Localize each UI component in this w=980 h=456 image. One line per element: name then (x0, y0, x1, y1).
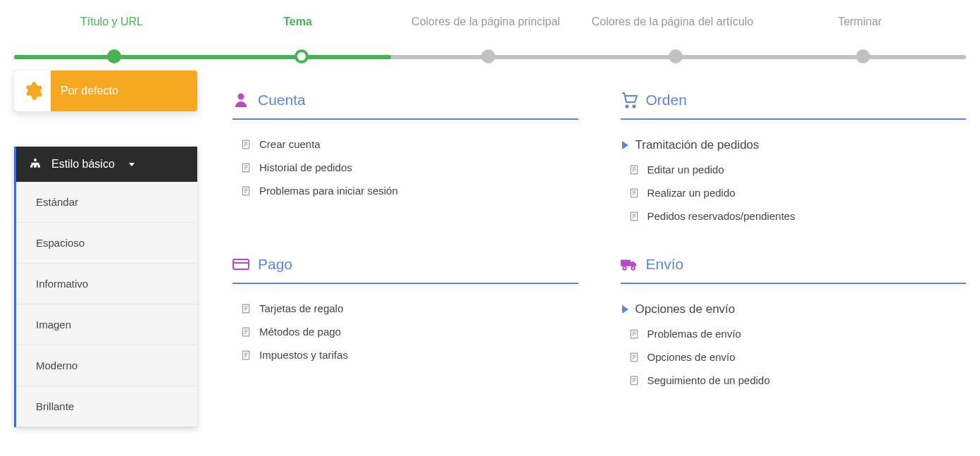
section-payment: Pago Tarjetas de regalo Métodos de pago … (232, 256, 578, 392)
section-shipping: Envío Opciones de envío Problemas de env… (621, 256, 967, 392)
svg-rect-2 (35, 166, 37, 168)
item-label: Tarjetas de regalo (259, 302, 343, 314)
style-option-standard[interactable]: Estándar (16, 182, 197, 223)
document-icon (241, 163, 251, 173)
list-item[interactable]: Opciones de envío (621, 345, 967, 369)
section-header: Orden (621, 92, 967, 120)
theme-sidebar: Por defecto Estilo básico Estándar Espac… (14, 70, 197, 427)
truck-icon (621, 256, 638, 273)
caret-right-icon (622, 305, 628, 314)
caret-right-icon (622, 141, 628, 149)
section-header: Cuenta (232, 92, 578, 120)
svg-rect-45 (621, 260, 631, 266)
item-list: Editar un pedido Realizar un pedido Pedi… (621, 158, 967, 228)
style-option-bright[interactable]: Brillante (16, 386, 197, 427)
card-icon (232, 256, 249, 273)
document-icon (629, 211, 639, 221)
list-item[interactable]: Impuestos y tarifas (232, 343, 578, 366)
item-label: Crear cuenta (259, 138, 321, 150)
style-option-image[interactable]: Imagen (16, 304, 197, 345)
item-label: Problemas para iniciar sesión (259, 185, 398, 197)
style-option-label: Estándar (36, 196, 78, 208)
gear-icon-box (14, 70, 51, 111)
svg-rect-1 (30, 166, 32, 168)
svg-point-18 (633, 106, 635, 108)
svg-rect-3 (38, 166, 40, 168)
section-title: Cuenta (258, 92, 306, 109)
document-icon (629, 352, 639, 362)
step-circle-5 (856, 49, 870, 63)
style-option-label: Espacioso (36, 237, 85, 249)
svg-point-4 (238, 94, 244, 100)
section-title: Pago (258, 256, 292, 273)
item-label: Seguimiento de un pedido (647, 374, 770, 386)
svg-rect-0 (35, 159, 37, 161)
list-item[interactable]: Realizar un pedido (621, 181, 967, 204)
section-header: Pago (232, 256, 578, 284)
document-icon (241, 327, 251, 337)
item-label: Historial de pedidos (259, 161, 352, 173)
style-option-spacious[interactable]: Espacioso (16, 223, 197, 264)
item-list: Problemas de envío Opciones de envío Seg… (621, 322, 967, 392)
step-title-url[interactable]: Título y URL (18, 16, 205, 28)
style-header-label: Estilo básico (51, 158, 115, 171)
list-item[interactable]: Pedidos reservados/pendientes (621, 204, 967, 228)
item-label: Impuestos y tarifas (259, 349, 348, 361)
item-label: Métodos de pago (259, 326, 341, 338)
list-subfolder[interactable]: Opciones de envío (621, 297, 967, 322)
step-finish[interactable]: Terminar (767, 16, 953, 28)
section-order: Orden Tramitación de pedidos Editar un p… (621, 92, 967, 228)
style-option-informative[interactable]: Informativo (16, 264, 197, 304)
step-label: Colores de la página principal (411, 16, 560, 27)
item-list: Tarjetas de regalo Métodos de pago Impue… (232, 297, 578, 366)
item-label: Editar un pedido (647, 164, 724, 175)
document-icon (241, 186, 251, 196)
step-main-colors[interactable]: Colores de la página principal (392, 16, 579, 28)
step-label: Terminar (838, 16, 881, 27)
list-item[interactable]: Crear cuenta (232, 133, 578, 156)
default-theme-button[interactable]: Por defecto (14, 70, 197, 111)
section-title: Orden (646, 92, 687, 109)
list-item[interactable]: Seguimiento de un pedido (621, 369, 967, 392)
list-item[interactable]: Problemas para iniciar sesión (232, 179, 578, 202)
style-option-label: Moderno (36, 359, 77, 371)
document-icon (629, 376, 639, 386)
item-label: Opciones de envío (647, 351, 736, 363)
document-icon (629, 188, 639, 198)
section-title: Envío (646, 256, 684, 273)
wizard-stepper: Título y URL Tema Colores de la página p… (0, 0, 980, 70)
item-label: Problemas de envío (647, 328, 741, 340)
stepper-progress (14, 55, 391, 59)
svg-point-46 (623, 266, 626, 270)
item-label: Tramitación de pedidos (635, 138, 759, 152)
step-theme[interactable]: Tema (204, 16, 391, 28)
style-option-modern[interactable]: Moderno (16, 345, 197, 386)
list-item[interactable]: Editar un pedido (621, 158, 967, 181)
step-circle-3 (481, 49, 495, 63)
document-icon (241, 350, 251, 360)
list-item[interactable]: Tarjetas de regalo (232, 297, 578, 320)
style-option-label: Imagen (36, 319, 71, 331)
item-label: Realizar un pedido (647, 187, 736, 199)
sitemap-icon (29, 158, 42, 171)
style-dropdown-header[interactable]: Estilo básico (16, 147, 197, 182)
step-article-colors[interactable]: Colores de la página del artículo (579, 16, 766, 28)
step-circle-4 (669, 49, 683, 63)
cart-icon (621, 92, 638, 109)
gear-icon (22, 80, 43, 101)
list-item[interactable]: Historial de pedidos (232, 156, 578, 179)
section-account: Cuenta Crear cuenta Historial de pedidos… (232, 92, 578, 228)
document-icon (241, 140, 251, 149)
theme-preview: Cuenta Crear cuenta Historial de pedidos… (232, 70, 966, 427)
svg-point-17 (626, 106, 628, 108)
style-panel: Estilo básico Estándar Espacioso Informa… (14, 147, 197, 427)
document-icon (241, 304, 251, 314)
user-icon (232, 92, 249, 109)
document-icon (629, 329, 639, 339)
list-item[interactable]: Problemas de envío (621, 322, 967, 345)
list-subfolder[interactable]: Tramitación de pedidos (621, 133, 967, 158)
item-list: Crear cuenta Historial de pedidos Proble… (232, 133, 578, 202)
list-item[interactable]: Métodos de pago (232, 320, 578, 343)
step-circle-2 (294, 49, 309, 63)
item-label: Pedidos reservados/pendientes (647, 210, 795, 222)
